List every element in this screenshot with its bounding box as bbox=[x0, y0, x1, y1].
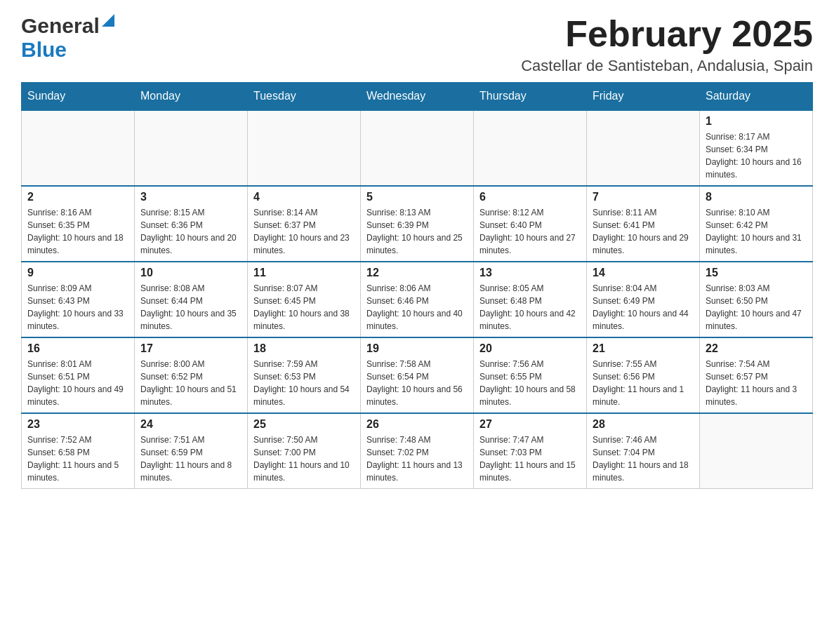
day-info: Sunrise: 7:46 AM Sunset: 7:04 PM Dayligh… bbox=[593, 434, 694, 484]
calendar-day-cell: 13Sunrise: 8:05 AM Sunset: 6:48 PM Dayli… bbox=[474, 262, 587, 337]
day-info: Sunrise: 8:15 AM Sunset: 6:36 PM Dayligh… bbox=[140, 206, 241, 257]
calendar-header-row: SundayMondayTuesdayWednesdayThursdayFrid… bbox=[22, 83, 813, 111]
calendar-week-row: 2Sunrise: 8:16 AM Sunset: 6:35 PM Daylig… bbox=[22, 186, 813, 262]
day-header-saturday: Saturday bbox=[700, 83, 813, 111]
day-info: Sunrise: 7:50 AM Sunset: 7:00 PM Dayligh… bbox=[253, 434, 355, 484]
day-number: 14 bbox=[593, 267, 694, 279]
calendar-day-cell: 9Sunrise: 8:09 AM Sunset: 6:43 PM Daylig… bbox=[22, 262, 135, 337]
calendar-day-cell: 28Sunrise: 7:46 AM Sunset: 7:04 PM Dayli… bbox=[587, 413, 700, 489]
day-number: 23 bbox=[27, 418, 128, 431]
day-info: Sunrise: 8:05 AM Sunset: 6:48 PM Dayligh… bbox=[479, 282, 581, 333]
day-info: Sunrise: 7:54 AM Sunset: 6:57 PM Dayligh… bbox=[706, 358, 807, 408]
day-info: Sunrise: 8:04 AM Sunset: 6:49 PM Dayligh… bbox=[593, 282, 694, 333]
day-number: 20 bbox=[479, 342, 581, 355]
day-header-tuesday: Tuesday bbox=[248, 83, 361, 111]
day-info: Sunrise: 8:12 AM Sunset: 6:40 PM Dayligh… bbox=[479, 206, 581, 257]
calendar-day-cell: 5Sunrise: 8:13 AM Sunset: 6:39 PM Daylig… bbox=[361, 186, 474, 262]
day-number: 26 bbox=[366, 418, 468, 431]
day-info: Sunrise: 8:17 AM Sunset: 6:34 PM Dayligh… bbox=[706, 130, 807, 181]
calendar-day-cell: 15Sunrise: 8:03 AM Sunset: 6:50 PM Dayli… bbox=[700, 262, 813, 337]
day-number: 16 bbox=[27, 342, 128, 355]
day-number: 12 bbox=[366, 267, 468, 279]
day-number: 1 bbox=[706, 115, 807, 128]
calendar-day-cell: 19Sunrise: 7:58 AM Sunset: 6:54 PM Dayli… bbox=[361, 337, 474, 413]
day-info: Sunrise: 8:13 AM Sunset: 6:39 PM Dayligh… bbox=[366, 206, 468, 257]
calendar-day-cell: 10Sunrise: 8:08 AM Sunset: 6:44 PM Dayli… bbox=[135, 262, 248, 337]
calendar-week-row: 23Sunrise: 7:52 AM Sunset: 6:58 PM Dayli… bbox=[22, 413, 813, 489]
day-info: Sunrise: 7:47 AM Sunset: 7:03 PM Dayligh… bbox=[479, 434, 581, 484]
calendar-day-cell: 16Sunrise: 8:01 AM Sunset: 6:51 PM Dayli… bbox=[22, 337, 135, 413]
day-number: 4 bbox=[253, 191, 355, 203]
calendar-day-cell: 1Sunrise: 8:17 AM Sunset: 6:34 PM Daylig… bbox=[700, 110, 813, 186]
logo-general-text: General bbox=[21, 14, 100, 38]
day-info: Sunrise: 8:03 AM Sunset: 6:50 PM Dayligh… bbox=[706, 282, 807, 333]
day-number: 9 bbox=[27, 267, 128, 279]
day-info: Sunrise: 8:08 AM Sunset: 6:44 PM Dayligh… bbox=[140, 282, 241, 333]
calendar-day-cell bbox=[22, 110, 135, 186]
day-info: Sunrise: 8:16 AM Sunset: 6:35 PM Dayligh… bbox=[27, 206, 128, 257]
day-info: Sunrise: 8:11 AM Sunset: 6:41 PM Dayligh… bbox=[593, 206, 694, 257]
calendar-day-cell bbox=[361, 110, 474, 186]
calendar-day-cell: 24Sunrise: 7:51 AM Sunset: 6:59 PM Dayli… bbox=[135, 413, 248, 489]
day-info: Sunrise: 7:56 AM Sunset: 6:55 PM Dayligh… bbox=[479, 358, 581, 408]
day-number: 13 bbox=[479, 267, 581, 279]
day-number: 24 bbox=[140, 418, 241, 431]
title-block: February 2025 Castellar de Santisteban, … bbox=[521, 14, 813, 75]
calendar-day-cell bbox=[474, 110, 587, 186]
day-info: Sunrise: 8:00 AM Sunset: 6:52 PM Dayligh… bbox=[140, 358, 241, 408]
calendar-day-cell bbox=[700, 413, 813, 489]
day-info: Sunrise: 7:52 AM Sunset: 6:58 PM Dayligh… bbox=[27, 434, 128, 484]
calendar-week-row: 1Sunrise: 8:17 AM Sunset: 6:34 PM Daylig… bbox=[22, 110, 813, 186]
calendar-day-cell: 4Sunrise: 8:14 AM Sunset: 6:37 PM Daylig… bbox=[248, 186, 361, 262]
calendar-day-cell bbox=[587, 110, 700, 186]
calendar-day-cell: 21Sunrise: 7:55 AM Sunset: 6:56 PM Dayli… bbox=[587, 337, 700, 413]
day-info: Sunrise: 8:01 AM Sunset: 6:51 PM Dayligh… bbox=[27, 358, 128, 408]
month-title: February 2025 bbox=[521, 14, 813, 54]
day-header-thursday: Thursday bbox=[474, 83, 587, 111]
calendar-day-cell: 7Sunrise: 8:11 AM Sunset: 6:41 PM Daylig… bbox=[587, 186, 700, 262]
calendar-week-row: 9Sunrise: 8:09 AM Sunset: 6:43 PM Daylig… bbox=[22, 262, 813, 337]
day-number: 6 bbox=[479, 191, 581, 203]
calendar-day-cell: 26Sunrise: 7:48 AM Sunset: 7:02 PM Dayli… bbox=[361, 413, 474, 489]
day-number: 7 bbox=[593, 191, 694, 203]
day-info: Sunrise: 7:48 AM Sunset: 7:02 PM Dayligh… bbox=[366, 434, 468, 484]
calendar-day-cell bbox=[248, 110, 361, 186]
calendar-week-row: 16Sunrise: 8:01 AM Sunset: 6:51 PM Dayli… bbox=[22, 337, 813, 413]
logo-triangle-icon bbox=[102, 14, 114, 27]
day-info: Sunrise: 8:09 AM Sunset: 6:43 PM Dayligh… bbox=[27, 282, 128, 333]
day-number: 28 bbox=[593, 418, 694, 431]
calendar-day-cell: 2Sunrise: 8:16 AM Sunset: 6:35 PM Daylig… bbox=[22, 186, 135, 262]
calendar-day-cell: 14Sunrise: 8:04 AM Sunset: 6:49 PM Dayli… bbox=[587, 262, 700, 337]
calendar-day-cell: 25Sunrise: 7:50 AM Sunset: 7:00 PM Dayli… bbox=[248, 413, 361, 489]
day-info: Sunrise: 8:14 AM Sunset: 6:37 PM Dayligh… bbox=[253, 206, 355, 257]
calendar-day-cell: 22Sunrise: 7:54 AM Sunset: 6:57 PM Dayli… bbox=[700, 337, 813, 413]
day-number: 3 bbox=[140, 191, 241, 203]
day-header-friday: Friday bbox=[587, 83, 700, 111]
day-info: Sunrise: 8:06 AM Sunset: 6:46 PM Dayligh… bbox=[366, 282, 468, 333]
day-number: 18 bbox=[253, 342, 355, 355]
logo-blue-text: Blue bbox=[21, 38, 67, 62]
day-info: Sunrise: 7:55 AM Sunset: 6:56 PM Dayligh… bbox=[593, 358, 694, 408]
day-number: 10 bbox=[140, 267, 241, 279]
day-number: 27 bbox=[479, 418, 581, 431]
calendar-day-cell bbox=[135, 110, 248, 186]
calendar-table: SundayMondayTuesdayWednesdayThursdayFrid… bbox=[21, 82, 813, 489]
day-number: 11 bbox=[253, 267, 355, 279]
calendar-day-cell: 27Sunrise: 7:47 AM Sunset: 7:03 PM Dayli… bbox=[474, 413, 587, 489]
calendar-day-cell: 11Sunrise: 8:07 AM Sunset: 6:45 PM Dayli… bbox=[248, 262, 361, 337]
calendar-day-cell: 20Sunrise: 7:56 AM Sunset: 6:55 PM Dayli… bbox=[474, 337, 587, 413]
calendar-day-cell: 12Sunrise: 8:06 AM Sunset: 6:46 PM Dayli… bbox=[361, 262, 474, 337]
calendar-day-cell: 3Sunrise: 8:15 AM Sunset: 6:36 PM Daylig… bbox=[135, 186, 248, 262]
day-number: 25 bbox=[253, 418, 355, 431]
day-number: 21 bbox=[593, 342, 694, 355]
day-header-wednesday: Wednesday bbox=[361, 83, 474, 111]
day-info: Sunrise: 7:59 AM Sunset: 6:53 PM Dayligh… bbox=[253, 358, 355, 408]
calendar-day-cell: 8Sunrise: 8:10 AM Sunset: 6:42 PM Daylig… bbox=[700, 186, 813, 262]
day-number: 8 bbox=[706, 191, 807, 203]
calendar-day-cell: 17Sunrise: 8:00 AM Sunset: 6:52 PM Dayli… bbox=[135, 337, 248, 413]
calendar-day-cell: 18Sunrise: 7:59 AM Sunset: 6:53 PM Dayli… bbox=[248, 337, 361, 413]
calendar-day-cell: 6Sunrise: 8:12 AM Sunset: 6:40 PM Daylig… bbox=[474, 186, 587, 262]
day-number: 19 bbox=[366, 342, 468, 355]
day-info: Sunrise: 7:58 AM Sunset: 6:54 PM Dayligh… bbox=[366, 358, 468, 408]
day-number: 15 bbox=[706, 267, 807, 279]
